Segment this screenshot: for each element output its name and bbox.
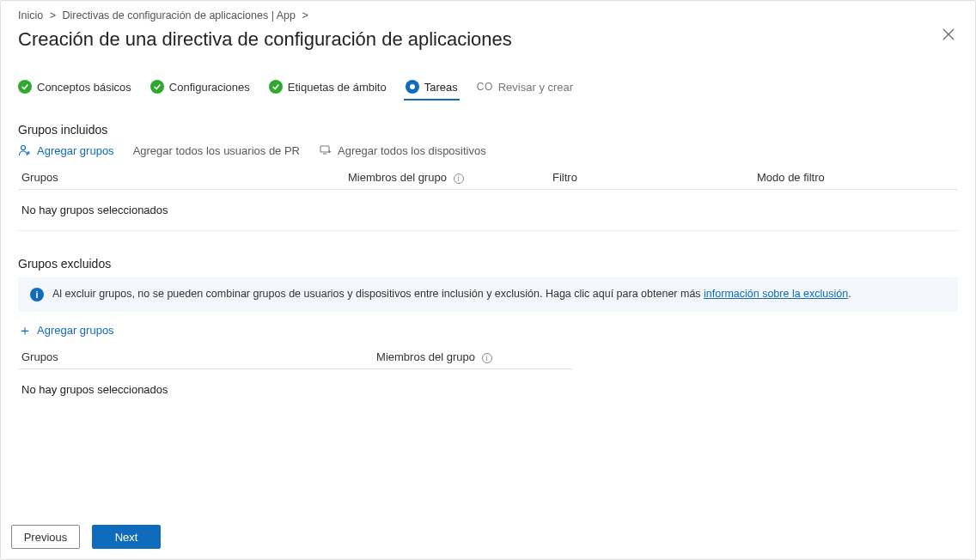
included-groups-title: Grupos incluidos bbox=[18, 123, 958, 137]
device-icon bbox=[319, 143, 332, 157]
step-etiquetas-de-ambito[interactable]: Etiquetas de ámbito bbox=[269, 80, 387, 94]
step-conceptos-basicos[interactable]: Conceptos básicos bbox=[18, 80, 131, 94]
wizard-footer: Previous Next bbox=[11, 525, 161, 549]
breadcrumb-sep: > bbox=[50, 9, 56, 21]
included-groups-actions: Agregar grupos Agregar todos los usuario… bbox=[18, 143, 958, 157]
col-header-members[interactable]: Miembros del grupo i bbox=[345, 166, 549, 190]
exclusion-learn-more-link[interactable]: información sobre la exclusión bbox=[704, 288, 848, 300]
step-label: Configuraciones bbox=[169, 81, 250, 94]
step-label: Etiquetas de ámbito bbox=[288, 81, 387, 94]
plus-icon: ＋ bbox=[18, 325, 32, 337]
step-configuraciones[interactable]: Configuraciones bbox=[150, 80, 250, 94]
wizard-stepper: Conceptos básicos Configuraciones Etique… bbox=[18, 80, 958, 97]
next-button[interactable]: Next bbox=[92, 525, 161, 549]
info-icon[interactable]: i bbox=[482, 353, 492, 363]
col-header-members-text: Miembros del grupo bbox=[376, 350, 475, 363]
close-icon bbox=[942, 28, 955, 40]
check-circle-icon bbox=[18, 80, 32, 94]
add-groups-label: Agregar grupos bbox=[37, 144, 114, 157]
breadcrumb-item[interactable]: Inicio bbox=[18, 9, 43, 21]
add-groups-label: Agregar grupos bbox=[37, 324, 114, 337]
excluded-groups-actions: ＋ Agregar grupos bbox=[18, 324, 958, 337]
banner-text-suffix: . bbox=[848, 288, 851, 300]
empty-state-text: No hay grupos seleccionados bbox=[18, 190, 958, 231]
previous-button[interactable]: Previous bbox=[11, 525, 80, 549]
step-label: Conceptos básicos bbox=[37, 81, 131, 94]
close-button[interactable] bbox=[939, 25, 958, 46]
add-all-users-button[interactable]: Agregar todos los usuarios de PR bbox=[133, 144, 300, 157]
excluded-groups-title: Grupos excluidos bbox=[18, 257, 958, 271]
page-title: Creación de una directiva de configuraci… bbox=[18, 28, 512, 51]
section-separator bbox=[18, 230, 958, 231]
col-header-groups[interactable]: Grupos bbox=[18, 166, 345, 190]
check-circle-icon bbox=[150, 80, 164, 94]
table-row: No hay grupos seleccionados bbox=[18, 190, 958, 231]
step-prefix: CO bbox=[477, 81, 493, 93]
col-header-filter[interactable]: Filtro bbox=[549, 166, 753, 190]
add-groups-button[interactable]: ＋ Agregar grupos bbox=[18, 324, 114, 337]
col-header-members-text: Miembros del grupo bbox=[348, 171, 447, 184]
step-label: Revisar y crear bbox=[498, 81, 573, 94]
breadcrumb-item[interactable]: Directivas de configuración de aplicacio… bbox=[62, 9, 295, 21]
info-icon: i bbox=[30, 288, 44, 301]
table-row: No hay grupos seleccionados bbox=[18, 369, 572, 411]
col-header-filter-mode[interactable]: Modo de filtro bbox=[753, 166, 958, 190]
excluded-groups-table: Grupos Miembros del grupo i No hay grupo… bbox=[18, 345, 572, 410]
col-header-groups[interactable]: Grupos bbox=[18, 345, 373, 369]
step-tareas[interactable]: Tareas bbox=[406, 80, 458, 94]
add-all-devices-label: Agregar todos los dispositivos bbox=[338, 144, 486, 157]
step-revisar-y-crear[interactable]: CO Revisar y crear bbox=[477, 81, 573, 94]
col-header-members[interactable]: Miembros del grupo i bbox=[373, 345, 572, 369]
add-user-icon bbox=[18, 143, 32, 157]
banner-text: Al excluir grupos, no se pueden combinar… bbox=[52, 288, 851, 300]
svg-rect-1 bbox=[320, 146, 329, 152]
add-groups-button[interactable]: Agregar grupos bbox=[18, 143, 114, 157]
current-step-icon bbox=[406, 80, 419, 94]
included-groups-table: Grupos Miembros del grupo i Filtro Modo … bbox=[18, 166, 958, 230]
empty-state-text: No hay grupos seleccionados bbox=[18, 369, 572, 411]
step-label: Tareas bbox=[424, 81, 458, 94]
info-icon[interactable]: i bbox=[454, 173, 464, 184]
breadcrumb-sep: > bbox=[302, 9, 308, 21]
svg-point-0 bbox=[21, 146, 26, 150]
check-circle-icon bbox=[269, 80, 283, 94]
add-all-devices-button[interactable]: Agregar todos los dispositivos bbox=[319, 143, 486, 157]
banner-text-main: Al excluir grupos, no se pueden combinar… bbox=[52, 288, 704, 300]
breadcrumb: Inicio > Directivas de configuración de … bbox=[18, 9, 958, 21]
exclusion-info-banner: i Al excluir grupos, no se pueden combin… bbox=[18, 277, 958, 312]
